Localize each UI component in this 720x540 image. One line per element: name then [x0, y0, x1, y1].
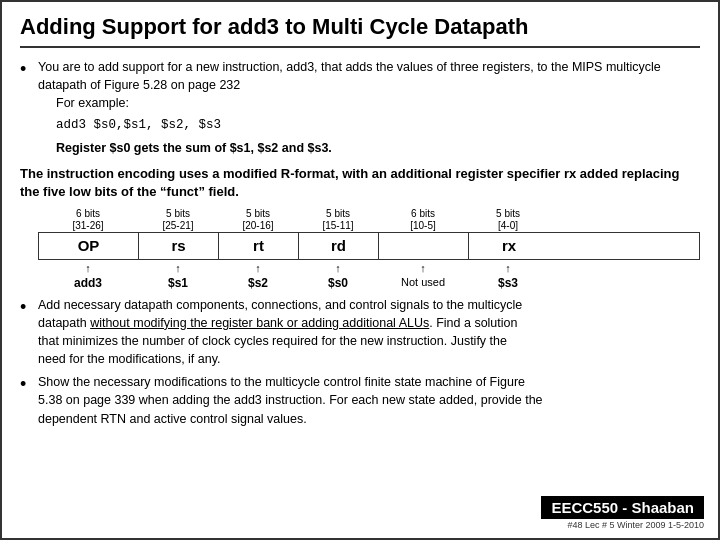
bullet-2: • Add necessary datapath components, con… [20, 296, 700, 369]
field-rd: rd [299, 233, 379, 259]
footer: EECC550 - Shaaban #48 Lec # 5 Winter 200… [541, 496, 704, 530]
col6-bit-label: 5 bits [4-0] [468, 208, 548, 232]
field-notused [379, 233, 469, 259]
label-s2: $s2 [218, 276, 298, 290]
label-notused: Not used [378, 276, 468, 290]
field-op: OP [39, 233, 139, 259]
col4-bit-label: 5 bits [15-11] [298, 208, 378, 232]
bullet-2-content: Add necessary datapath components, conne… [38, 296, 522, 369]
bullet-2-line-1: Add necessary datapath components, conne… [38, 296, 522, 314]
bullet-3-line-2: 5.38 on page 339 when adding the add3 in… [38, 391, 543, 409]
bullet-3-line-3: dependent RTN and active control signal … [38, 410, 543, 428]
col3-bit-label: 5 bits [20-16] [218, 208, 298, 232]
bullet-3: • Show the necessary modifications to th… [20, 373, 700, 427]
label-s0: $s0 [298, 276, 378, 290]
arrow-6: ↑ [468, 262, 548, 274]
col2-bit-label: 5 bits [25-21] [138, 208, 218, 232]
footer-label: EECC550 - Shaaban [541, 496, 704, 519]
encoding-table: 6 bits [31-26] 5 bits [25-21] 5 bits [20… [38, 208, 700, 290]
bullet-3-content: Show the necessary modifications to the … [38, 373, 543, 427]
bullet-1-content: You are to add support for a new instruc… [38, 58, 700, 160]
arrow-1: ↑ [38, 262, 138, 274]
bullet-2-line-3: that minimizes the number of clock cycle… [38, 332, 522, 350]
bullet-2-line-4: need for the modifications, if any. [38, 350, 522, 368]
field-rx: rx [469, 233, 549, 259]
encoding-description: The instruction encoding uses a modified… [20, 165, 700, 203]
arrow-3: ↑ [218, 262, 298, 274]
col1-bit-label: 6 bits [31-26] [38, 208, 138, 232]
label-s3: $s3 [468, 276, 548, 290]
bullet-2-line-2: datapath without modifying the register … [38, 314, 522, 332]
bullet-1-text: You are to add support for a new instruc… [38, 58, 700, 94]
register-line: Register $s0 gets the sum of $s1, $s2 an… [56, 139, 700, 157]
col5-bit-label: 6 bits [10-5] [378, 208, 468, 232]
bit-labels-row: 6 bits [31-26] 5 bits [25-21] 5 bits [20… [38, 208, 700, 232]
for-example-label: For example: [56, 94, 700, 112]
field-rs: rs [139, 233, 219, 259]
fields-row: OP rs rt rd rx [38, 232, 700, 260]
footer-meta: #48 Lec # 5 Winter 2009 1-5-2010 [567, 520, 704, 530]
label-s1: $s1 [138, 276, 218, 290]
arrow-5: ↑ [378, 262, 468, 274]
bullet-1: • You are to add support for a new instr… [20, 58, 700, 160]
bullet-3-line-1: Show the necessary modifications to the … [38, 373, 543, 391]
arrow-2: ↑ [138, 262, 218, 274]
arrows-row: ↑ ↑ ↑ ↑ ↑ ↑ [38, 262, 700, 274]
page: Adding Support for add3 to Multi Cycle D… [0, 0, 720, 540]
label-add3: add3 [38, 276, 138, 290]
labels-row: add3 $s1 $s2 $s0 Not used $s3 [38, 276, 700, 290]
arrow-4: ↑ [298, 262, 378, 274]
code-line: add3 $s0,$s1, $s2, $s3 [56, 116, 700, 134]
bullet-dot-2: • [20, 296, 38, 319]
field-rt: rt [219, 233, 299, 259]
bullet-dot-3: • [20, 373, 38, 396]
page-title: Adding Support for add3 to Multi Cycle D… [20, 14, 700, 48]
bullet-dot-1: • [20, 58, 38, 81]
